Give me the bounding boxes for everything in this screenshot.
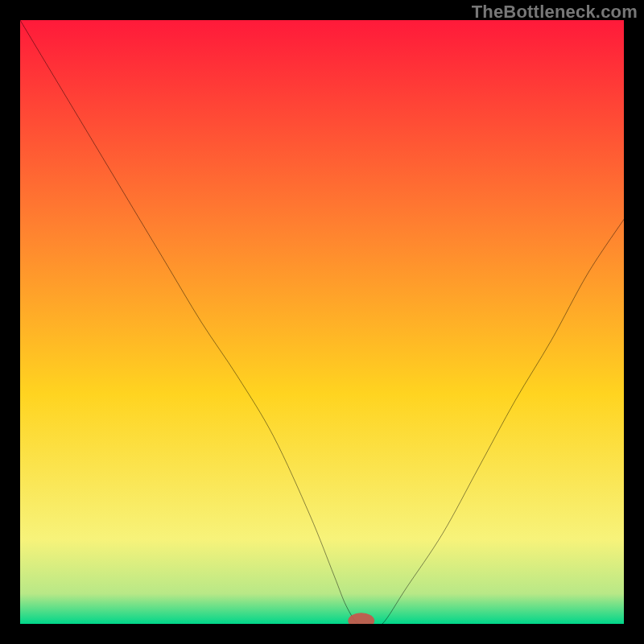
plot-area (20, 20, 624, 624)
chart-frame: TheBottleneck.com (0, 0, 644, 644)
plot-svg (20, 20, 624, 624)
watermark-text: TheBottleneck.com (472, 2, 638, 23)
gradient-background (20, 20, 624, 624)
